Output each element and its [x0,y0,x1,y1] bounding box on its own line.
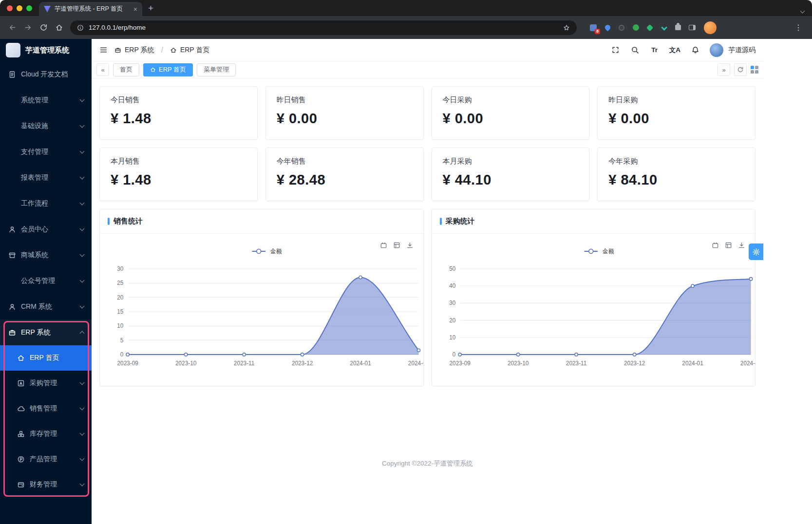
svg-text:2023-09: 2023-09 [117,360,138,367]
sidebar-item-sales[interactable]: 销售管理 [0,396,92,421]
fullscreen-icon[interactable] [611,45,621,55]
stat-label: 本月采购 [443,157,579,166]
sidebar-menu: Cloud 开发文档系统管理基础设施支付管理报表管理工作流程会员中心商城系统公众… [0,61,92,524]
forward-button[interactable] [20,20,35,35]
sidebar-item-report[interactable]: 报表管理 [0,165,92,190]
user-avatar[interactable] [710,43,723,57]
breadcrumb-item-erp-home[interactable]: ERP 首页 [170,46,209,55]
tab-close-icon[interactable]: × [133,5,137,13]
sidebar-item-cloud-docs[interactable]: Cloud 开发文档 [0,61,92,87]
browser-profile-avatar[interactable] [704,21,717,34]
chart-toolbox-dataview-icon[interactable] [393,242,400,249]
sidebar-item-crm[interactable]: CRM 系统 [0,294,92,319]
back-button[interactable] [5,20,19,35]
tab-refresh-button[interactable] [734,63,747,76]
extension-icon-3[interactable] [617,23,626,33]
svg-text:5: 5 [120,337,124,344]
sales-icon [17,405,25,413]
tabs-scroll-right-button[interactable]: » [718,63,730,76]
stat-card-year-purchase: 今年采购¥ 84.10 [597,148,755,201]
app-logo-row[interactable]: 芋道管理系统 [0,39,92,61]
sidebar-item-pay[interactable]: 支付管理 [0,139,92,165]
settings-gear-button[interactable] [749,243,763,260]
browser-toolbar: 127.0.0.1/erp/home 8 ⋮ [0,16,812,39]
url-bar[interactable]: 127.0.0.1/erp/home [70,20,577,35]
chart-legend[interactable]: 金额 [584,248,614,255]
extension-icon-6[interactable] [659,23,669,33]
window-zoom-button[interactable] [26,5,32,11]
chevron-down-icon [80,174,85,179]
page-tab-home[interactable]: 首页 [113,63,139,76]
extension-icon-4[interactable] [631,23,641,33]
sidebar-item-mall[interactable]: 商城系统 [0,242,92,268]
window-minimize-button[interactable] [17,5,22,11]
panel-header: 销售统计 [100,209,423,234]
sidebar-item-erp[interactable]: ERP 系统 [0,319,92,345]
breadcrumb-item-erp[interactable]: ERP 系统 [114,46,154,55]
bookmark-star-icon[interactable] [563,24,570,31]
tab-search-chevron-icon[interactable] [801,6,804,15]
reload-button[interactable] [36,20,51,35]
username[interactable]: 芋道源码 [728,46,755,55]
crm-icon [8,302,16,311]
page-tab-erp-home[interactable]: ERP 首页 [143,63,193,76]
svg-text:0: 0 [452,351,455,358]
notification-bell-icon[interactable] [690,45,700,55]
sidebar-item-mp[interactable]: 公众号管理 [0,268,92,294]
panel-title: 销售统计 [113,217,143,226]
chart-toolbox [380,242,414,249]
chevron-down-icon [80,149,85,153]
menu-label: 会员中心 [21,225,76,234]
app-header: ERP 系统 / ERP 首页 Tr 文A 芋道源码 [92,39,763,61]
svg-text:2024-02: 2024-02 [740,360,755,367]
chart-legend[interactable]: 金额 [252,248,282,255]
side-panel-icon[interactable] [687,23,697,33]
panel-title: 采购统计 [446,217,475,226]
chevron-up-icon [80,331,85,336]
stat-value: ¥ 28.48 [277,172,413,188]
chart-toolbox-magictype-icon[interactable] [380,242,387,249]
menu-label: 工作流程 [21,199,76,208]
page-content: 今日销售¥ 1.48昨日销售¥ 0.00今日采购¥ 0.00昨日采购¥ 0.00… [92,78,763,524]
browser-tab[interactable]: 芋道管理系统 - ERP 首页 × [39,2,142,16]
collapse-menu-icon[interactable] [99,46,108,54]
translate-icon[interactable]: 文A [669,45,680,55]
sidebar-item-product[interactable]: 产品管理 [0,447,92,472]
blank-icon [8,277,16,285]
sidebar-item-purchase[interactable]: 采购管理 [0,371,92,396]
chart-toolbox-save-image-icon[interactable] [406,242,414,249]
chart-toolbox-magictype-icon[interactable] [712,242,719,249]
tabs-scroll-left-button[interactable]: « [96,63,109,76]
stat-card-yesterday-purchase: 昨日采购¥ 0.00 [597,86,755,140]
font-size-icon[interactable]: Tr [650,45,660,55]
tab-operations-grid-icon[interactable] [751,66,758,74]
sidebar: 芋道管理系统 Cloud 开发文档系统管理基础设施支付管理报表管理工作流程会员中… [0,39,92,524]
extension-icon-1[interactable]: 8 [588,23,598,33]
home-icon [170,47,177,54]
chevron-down-icon [80,123,85,128]
svg-text:金额: 金额 [602,248,614,255]
window-close-button[interactable] [7,5,13,11]
sidebar-item-infra[interactable]: 基础设施 [0,113,92,139]
erp-icon [8,328,16,337]
site-info-icon[interactable] [77,24,84,31]
sidebar-item-erp-home[interactable]: ERP 首页 [0,345,92,371]
browser-home-button[interactable] [52,20,66,35]
extensions-puzzle-icon[interactable] [673,23,683,33]
extension-icon-2[interactable] [603,23,612,33]
chart-toolbox-dataview-icon[interactable] [725,242,732,249]
chart-toolbox-save-image-icon[interactable] [738,242,745,249]
sidebar-item-system[interactable]: 系统管理 [0,87,92,113]
sidebar-item-member[interactable]: 会员中心 [0,216,92,242]
breadcrumb-separator: / [161,46,163,55]
sidebar-item-workflow[interactable]: 工作流程 [0,190,92,216]
browser-menu-kebab-icon[interactable]: ⋮ [790,23,807,32]
page-tab-menu-manage[interactable]: 菜单管理 [197,63,236,76]
search-icon[interactable] [630,45,640,55]
new-tab-button[interactable]: + [148,3,153,13]
panel-header: 采购统计 [432,209,755,234]
extension-icon-5[interactable] [645,23,655,33]
sidebar-item-finance[interactable]: 财务管理 [0,472,92,497]
menu-label: 基础设施 [21,122,76,131]
sidebar-item-stock[interactable]: 库存管理 [0,421,92,447]
